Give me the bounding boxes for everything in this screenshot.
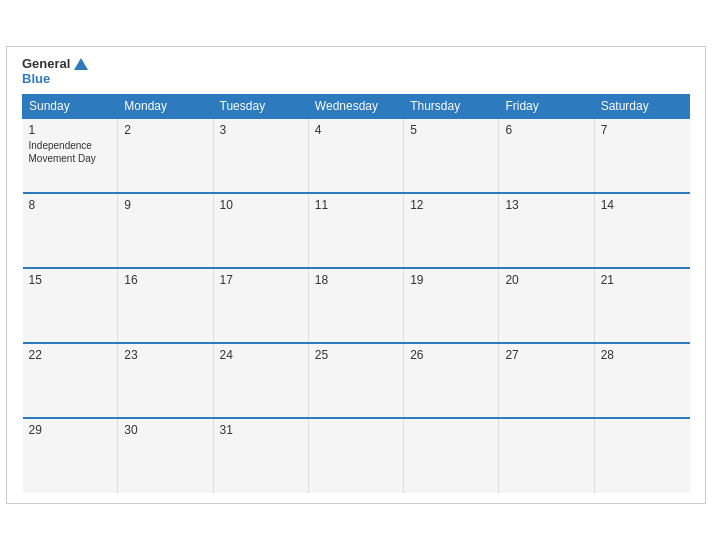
weekday-header-wednesday: Wednesday	[308, 94, 403, 118]
calendar-cell	[499, 418, 594, 493]
logo: General Blue	[22, 57, 88, 86]
day-number: 6	[505, 123, 587, 137]
weekday-header-saturday: Saturday	[594, 94, 689, 118]
calendar-cell: 16	[118, 268, 213, 343]
day-number: 3	[220, 123, 302, 137]
calendar-cell	[404, 418, 499, 493]
calendar-cell: 5	[404, 118, 499, 193]
calendar-cell: 23	[118, 343, 213, 418]
day-number: 22	[29, 348, 112, 362]
calendar-cell: 28	[594, 343, 689, 418]
weekday-header-thursday: Thursday	[404, 94, 499, 118]
calendar-cell: 7	[594, 118, 689, 193]
weekday-header-monday: Monday	[118, 94, 213, 118]
day-number: 20	[505, 273, 587, 287]
day-number: 26	[410, 348, 492, 362]
week-row-2: 891011121314	[23, 193, 690, 268]
calendar-cell	[308, 418, 403, 493]
day-number: 13	[505, 198, 587, 212]
weekday-header-tuesday: Tuesday	[213, 94, 308, 118]
day-number: 28	[601, 348, 684, 362]
week-row-5: 293031	[23, 418, 690, 493]
calendar-cell: 25	[308, 343, 403, 418]
calendar-cell: 30	[118, 418, 213, 493]
day-number: 30	[124, 423, 206, 437]
calendar-cell: 26	[404, 343, 499, 418]
weekday-header-row: SundayMondayTuesdayWednesdayThursdayFrid…	[23, 94, 690, 118]
day-number: 4	[315, 123, 397, 137]
day-number: 11	[315, 198, 397, 212]
day-number: 10	[220, 198, 302, 212]
calendar-cell: 17	[213, 268, 308, 343]
day-number: 2	[124, 123, 206, 137]
day-number: 31	[220, 423, 302, 437]
day-number: 18	[315, 273, 397, 287]
day-number: 15	[29, 273, 112, 287]
week-row-3: 15161718192021	[23, 268, 690, 343]
calendar-cell: 21	[594, 268, 689, 343]
day-number: 12	[410, 198, 492, 212]
calendar-cell: 1Independence Movement Day	[23, 118, 118, 193]
calendar-cell: 27	[499, 343, 594, 418]
calendar-cell: 11	[308, 193, 403, 268]
calendar-cell: 24	[213, 343, 308, 418]
calendar-cell: 18	[308, 268, 403, 343]
calendar-cell: 9	[118, 193, 213, 268]
calendar-cell: 14	[594, 193, 689, 268]
day-number: 9	[124, 198, 206, 212]
calendar-cell: 4	[308, 118, 403, 193]
calendar-header: General Blue	[22, 57, 690, 86]
day-number: 17	[220, 273, 302, 287]
day-number: 7	[601, 123, 684, 137]
logo-triangle-icon	[74, 58, 88, 70]
calendar-cell: 22	[23, 343, 118, 418]
calendar-container: General Blue SundayMondayTuesdayWednesda…	[6, 46, 706, 504]
week-row-1: 1Independence Movement Day234567	[23, 118, 690, 193]
day-number: 14	[601, 198, 684, 212]
calendar-cell: 10	[213, 193, 308, 268]
day-number: 19	[410, 273, 492, 287]
day-number: 16	[124, 273, 206, 287]
weekday-header-friday: Friday	[499, 94, 594, 118]
day-number: 24	[220, 348, 302, 362]
calendar-cell: 8	[23, 193, 118, 268]
logo-general-text: General	[22, 57, 70, 71]
calendar-cell	[594, 418, 689, 493]
week-row-4: 22232425262728	[23, 343, 690, 418]
calendar-cell: 2	[118, 118, 213, 193]
day-number: 8	[29, 198, 112, 212]
weekday-header-sunday: Sunday	[23, 94, 118, 118]
day-number: 25	[315, 348, 397, 362]
day-number: 23	[124, 348, 206, 362]
calendar-cell: 19	[404, 268, 499, 343]
calendar-table: SundayMondayTuesdayWednesdayThursdayFrid…	[22, 94, 690, 493]
holiday-label: Independence Movement Day	[29, 139, 112, 165]
calendar-cell: 6	[499, 118, 594, 193]
calendar-cell: 13	[499, 193, 594, 268]
day-number: 29	[29, 423, 112, 437]
day-number: 5	[410, 123, 492, 137]
calendar-cell: 29	[23, 418, 118, 493]
calendar-cell: 3	[213, 118, 308, 193]
day-number: 1	[29, 123, 112, 137]
logo-blue-text: Blue	[22, 72, 50, 86]
calendar-cell: 20	[499, 268, 594, 343]
calendar-cell: 15	[23, 268, 118, 343]
calendar-cell: 31	[213, 418, 308, 493]
day-number: 27	[505, 348, 587, 362]
day-number: 21	[601, 273, 684, 287]
calendar-cell: 12	[404, 193, 499, 268]
